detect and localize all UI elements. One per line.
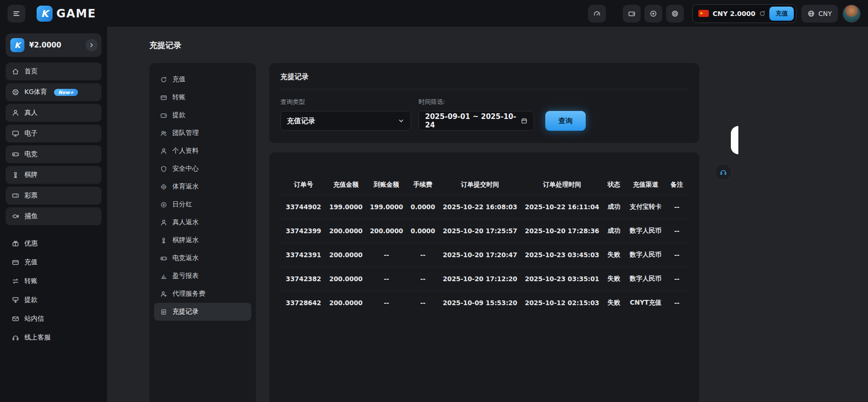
currency-balance: CNY 2.0000 xyxy=(713,10,755,17)
sidebar-item-live[interactable]: 真人 xyxy=(6,104,101,122)
chess-pawn-icon xyxy=(12,171,19,179)
chess-pawn-icon xyxy=(160,237,167,244)
person-icon xyxy=(160,148,167,155)
sidebar-item-kg-sports[interactable]: KG体育 New+ xyxy=(6,83,101,101)
cell-submit-time: 2025-10-20 17:12:20 xyxy=(439,267,521,291)
sidebar-item-label: 充值 xyxy=(24,258,38,267)
query-type-label: 查询类型 xyxy=(280,98,411,106)
sidebar-item-chess[interactable]: 棋牌 xyxy=(6,166,101,184)
search-button[interactable]: 查询 xyxy=(545,111,586,131)
records-table-card: 订单号 充值金额 到账金额 手续费 订单提交时间 订单处理时间 状态 充值渠道 … xyxy=(269,152,699,402)
filter-row: 查询类型 充值记录 时间筛选: 2025-09-01 ~ 2025-10-24 xyxy=(280,98,688,131)
chevron-down-icon xyxy=(398,118,404,124)
sidebar-item-label: 站内信 xyxy=(24,315,44,323)
submenu-item-security[interactable]: 安全中心 xyxy=(154,160,251,178)
disc-icon xyxy=(650,10,657,17)
cell-deposit-amount: 199.0000 xyxy=(326,195,366,219)
promotions-button[interactable] xyxy=(644,5,662,23)
time-filter-label: 时间筛选: xyxy=(418,98,538,106)
filter-card-title: 充提记录 xyxy=(280,72,688,89)
side-drawer-handle[interactable] xyxy=(731,126,738,154)
language-selector[interactable]: CNY xyxy=(801,5,838,23)
table-row: 33742399 200.0000 200.0000 0.0000 2025-1… xyxy=(281,219,687,243)
cell-submit-time: 2025-10-22 16:08:03 xyxy=(439,195,521,219)
cell-credited-amount: -- xyxy=(366,291,407,315)
submenu-item-label: 棋牌返水 xyxy=(172,236,199,244)
brand-logo[interactable]: K GAME xyxy=(37,6,96,22)
cell-status: 失败 xyxy=(603,243,625,267)
sidebar-item-fishing[interactable]: 捕鱼 xyxy=(6,207,101,225)
sidebar-item-label: 真人 xyxy=(24,109,38,117)
deposit-button[interactable]: 充值 xyxy=(769,7,794,21)
person-icon xyxy=(12,109,19,117)
sidebar-item-home[interactable]: 首页 xyxy=(6,63,101,80)
cell-order-id: 33728642 xyxy=(281,291,326,315)
home-icon xyxy=(12,68,19,75)
sidebar-item-esports[interactable]: 电竞 xyxy=(6,145,101,163)
cell-submit-time: 2025-10-20 17:25:57 xyxy=(439,219,521,243)
date-range-input[interactable]: 2025-09-01 ~ 2025-10-24 xyxy=(418,111,534,131)
cell-remark: -- xyxy=(666,291,687,315)
help-button[interactable] xyxy=(666,5,684,23)
submenu-item-pnl-report[interactable]: 盈亏报表 xyxy=(154,267,251,285)
coin-icon xyxy=(160,201,167,208)
sidebar-item-deposit[interactable]: 充值 xyxy=(6,254,101,270)
submenu-item-live-rebate[interactable]: 真人返水 xyxy=(154,213,251,231)
submenu-item-withdraw[interactable]: 提款 xyxy=(154,106,251,124)
submenu-item-transaction-records[interactable]: 充提记录 xyxy=(154,303,251,321)
sidebar-item-support[interactable]: 线上客服 xyxy=(6,330,101,346)
submenu-item-label: 体育返水 xyxy=(172,182,199,191)
sidebar-item-transfer[interactable]: 转账 xyxy=(6,273,101,289)
submenu-item-label: 提款 xyxy=(172,111,186,119)
query-type-select[interactable]: 充值记录 xyxy=(280,111,411,131)
submenu-item-chess-rebate[interactable]: 棋牌返水 xyxy=(154,231,251,249)
sidebar-item-lottery[interactable]: 彩票 xyxy=(6,187,101,205)
support-fab-button[interactable] xyxy=(715,164,732,181)
submenu-item-label: 安全中心 xyxy=(172,165,199,173)
cell-submit-time: 2025-10-09 15:53:20 xyxy=(439,291,521,315)
speed-button[interactable] xyxy=(588,5,606,23)
chevron-right-icon xyxy=(88,42,95,48)
globe-icon xyxy=(807,10,815,17)
cell-remark: -- xyxy=(666,243,687,267)
menu-toggle-button[interactable] xyxy=(8,5,25,23)
cell-status: 成功 xyxy=(603,219,625,243)
gear-icon xyxy=(160,183,167,190)
refresh-icon[interactable] xyxy=(759,10,766,17)
sidebar-item-withdraw[interactable]: 提款 xyxy=(6,292,101,308)
sidebar-item-messages[interactable]: 站内信 xyxy=(6,311,101,327)
cell-order-id: 33744902 xyxy=(281,195,326,219)
currency-selector[interactable]: ★ CNY 2.0000 充值 xyxy=(692,4,797,23)
person-icon xyxy=(160,219,167,226)
cell-deposit-amount: 200.0000 xyxy=(326,243,366,267)
hamburger-icon xyxy=(13,10,20,17)
submenu-item-label: 团队管理 xyxy=(172,129,199,137)
wallet-logo-icon: K xyxy=(10,38,24,52)
submenu-item-profile[interactable]: 个人资料 xyxy=(154,142,251,160)
query-type-field: 查询类型 充值记录 xyxy=(280,98,411,131)
sidebar-item-promotions[interactable]: 优惠 xyxy=(6,236,101,252)
table-row: 33742391 200.0000 -- -- 2025-10-20 17:20… xyxy=(281,243,687,267)
sidebar-item-slots[interactable]: 电子 xyxy=(6,125,101,142)
submenu-item-sports-rebate[interactable]: 体育返水 xyxy=(154,178,251,196)
bank-card-icon xyxy=(160,94,167,101)
wallet-expand-button[interactable] xyxy=(85,39,98,51)
submenu-item-deposit[interactable]: 充值 xyxy=(154,71,251,88)
cell-deposit-amount: 200.0000 xyxy=(326,291,366,315)
submenu-item-esports-rebate[interactable]: 电竞返水 xyxy=(154,249,251,267)
wallet-card[interactable]: K ¥2.0000 xyxy=(6,33,101,57)
submenu-item-transfer[interactable]: 转账 xyxy=(154,88,251,106)
topbar-right: ★ CNY 2.0000 充值 CNY xyxy=(588,4,860,23)
submenu-item-team[interactable]: 团队管理 xyxy=(154,124,251,142)
sidebar-item-label: 转账 xyxy=(24,277,38,285)
cell-status: 失败 xyxy=(603,291,625,315)
transfer-arrows-icon xyxy=(12,277,19,285)
submenu-item-agent-fee[interactable]: 代理服务费 xyxy=(154,285,251,303)
cell-fee: -- xyxy=(407,291,439,315)
people-icon xyxy=(160,130,167,137)
cell-status: 成功 xyxy=(603,195,625,219)
user-avatar[interactable] xyxy=(843,5,860,23)
submenu-item-daily-dividend[interactable]: 日分红 xyxy=(154,196,251,213)
wallet-button[interactable] xyxy=(623,5,641,23)
cell-process-time: 2025-10-12 02:15:03 xyxy=(521,291,603,315)
